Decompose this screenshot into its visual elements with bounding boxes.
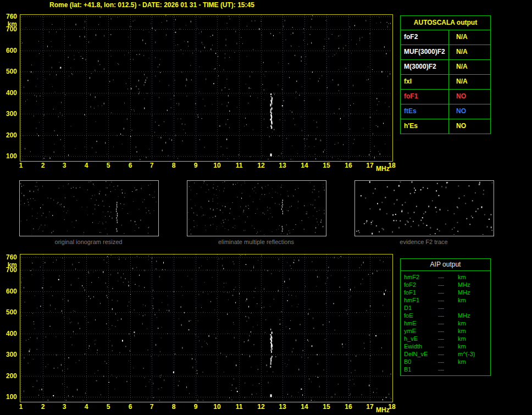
parameter-value: ---	[438, 304, 458, 312]
parameter-label: h'Es	[401, 119, 449, 134]
x-axis-tick: 5	[102, 162, 114, 169]
ionogram-canvas-bottom	[20, 254, 391, 401]
parameter-name: D1	[404, 304, 438, 312]
y-axis-tick: 500	[3, 308, 17, 316]
parameter-unit: km	[458, 273, 490, 281]
parameter-label: foF2	[401, 30, 449, 45]
thumbnail-canvas-evidence-f2	[355, 181, 492, 235]
parameter-value: N/A	[449, 75, 490, 89]
parameter-name: hmE	[404, 319, 438, 327]
parameter-name: B1	[404, 366, 438, 373]
x-axis-tick: 2	[37, 162, 49, 169]
autoscala-table-title: AUTOSCALA output	[401, 16, 490, 30]
x-axis-tick: 14	[298, 403, 311, 411]
x-axis-unit: MHz	[376, 165, 390, 173]
x-axis-tick: 8	[168, 403, 180, 411]
x-axis-tick: 6	[124, 403, 136, 411]
x-axis-tick: 5	[102, 403, 114, 411]
autoscala-row-ftes: ftEsNO	[401, 104, 490, 119]
page-title: Rome (lat: +41.8, lon: 012.5) - DATE: 20…	[49, 1, 254, 9]
autoscala-row-fxi: fxIN/A	[401, 75, 490, 90]
parameter-value: NO	[449, 119, 490, 134]
y-axis-tick: 600	[3, 287, 17, 295]
x-axis-tick: 15	[320, 403, 332, 411]
thumbnail-caption-original: original ionogram resized	[19, 239, 158, 245]
thumbnail-eliminate-reflections	[187, 180, 326, 236]
ionogram-plot-top	[20, 14, 393, 162]
aip-output-table: AIP output hmF2---kmfoF2---MHzfoF1---MHz…	[400, 258, 491, 376]
thumbnail-evidence-f2	[354, 180, 494, 236]
aip-row-hmf1: hmF1---km	[404, 296, 490, 304]
x-axis-tick: 11	[233, 162, 245, 169]
x-axis-tick: 1	[15, 403, 27, 411]
parameter-value: ---	[438, 342, 458, 350]
y-axis-tick: 760	[3, 13, 17, 20]
aip-row-fof1: foF1---MHz	[404, 289, 490, 296]
parameter-value: N/A	[449, 60, 490, 74]
x-axis-tick: 12	[255, 403, 267, 411]
parameter-name: DelN_vE	[404, 350, 438, 358]
x-axis-tick: 11	[233, 403, 245, 411]
ionogram-canvas-top	[20, 15, 391, 160]
parameter-unit	[458, 304, 490, 312]
x-axis-tick: 9	[190, 162, 202, 169]
aip-row-yme: ymE---km	[404, 327, 490, 335]
x-axis-tick: 6	[124, 162, 136, 169]
y-axis-tick: 300	[3, 110, 17, 118]
parameter-label: M(3000)F2	[401, 60, 449, 74]
thumbnail-canvas-original	[20, 181, 157, 235]
autoscala-row-muf3000f2: MUF(3000)F2N/A	[401, 45, 490, 60]
parameter-unit: km	[458, 296, 490, 304]
aip-table-rows: hmF2---kmfoF2---MHzfoF1---MHzhmF1---kmD1…	[401, 271, 490, 375]
x-axis-tick: 13	[276, 162, 289, 169]
aip-row-d1: D1---	[404, 304, 490, 312]
parameter-label: fxI	[401, 75, 449, 89]
parameter-unit: m^(-3)	[458, 350, 490, 358]
y-axis-tick: 400	[3, 330, 17, 337]
y-axis-tick: 200	[3, 372, 17, 380]
autoscala-output-table: AUTOSCALA output foF2N/AMUF(3000)F2N/AM(…	[400, 15, 491, 134]
parameter-name: Ewidth	[404, 342, 438, 350]
aip-table-title: AIP output	[401, 259, 490, 271]
parameter-value: NO	[449, 90, 490, 104]
x-axis-tick: 7	[146, 162, 158, 169]
parameter-value: ---	[438, 296, 458, 304]
x-axis-tick: 12	[255, 162, 267, 169]
parameter-value: ---	[438, 366, 458, 373]
parameter-name: hmF2	[404, 273, 438, 281]
parameter-value: ---	[438, 327, 458, 335]
y-axis-tick: 400	[3, 89, 17, 97]
x-axis-tick: 4	[80, 403, 92, 411]
parameter-value: ---	[438, 281, 458, 289]
parameter-value: ---	[438, 289, 458, 296]
x-axis-tick: 15	[320, 162, 332, 169]
parameter-value: ---	[438, 312, 458, 319]
parameter-unit: km	[458, 358, 490, 366]
x-axis-tick: 8	[168, 162, 180, 169]
parameter-unit: MHz	[458, 289, 490, 296]
autoscala-row-fof2: foF2N/A	[401, 30, 490, 45]
autoscala-window: Rome (lat: +41.8, lon: 012.5) - DATE: 20…	[0, 0, 532, 415]
y-axis-unit: km	[3, 20, 17, 28]
ionogram-plot-bottom	[20, 254, 393, 402]
parameter-value: ---	[438, 335, 458, 342]
parameter-value: N/A	[449, 30, 490, 45]
parameter-unit: km	[458, 335, 490, 342]
x-axis-tick: 17	[364, 162, 376, 169]
y-axis-tick: 300	[3, 351, 17, 358]
y-axis-tick: 760	[3, 253, 17, 261]
parameter-name: foF1	[404, 289, 438, 296]
x-axis-tick: 16	[342, 162, 354, 169]
y-axis-tick: 100	[3, 152, 17, 160]
y-axis-unit: km	[3, 261, 17, 269]
autoscala-row-fof1: foF1NO	[401, 90, 490, 104]
parameter-value: NO	[449, 104, 490, 119]
x-axis-tick: 10	[211, 403, 223, 411]
parameter-name: h_vE	[404, 335, 438, 342]
parameter-unit: km	[458, 342, 490, 350]
y-axis-tick: 600	[3, 47, 17, 54]
thumbnail-caption-evidence-f2: evidence F2 trace	[354, 239, 493, 245]
aip-row-foe: foE---MHz	[404, 312, 490, 319]
thumbnail-canvas-reflections	[187, 181, 325, 235]
parameter-unit: km	[458, 319, 490, 327]
